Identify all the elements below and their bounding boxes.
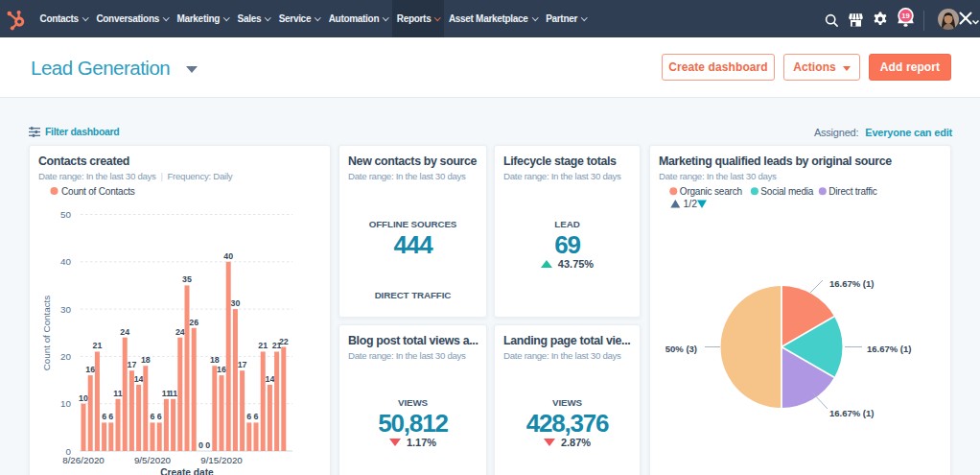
svg-text:9/15/2020: 9/15/2020 <box>200 455 243 465</box>
svg-text:10: 10 <box>60 398 71 409</box>
svg-text:16: 16 <box>85 365 95 374</box>
svg-text:21: 21 <box>93 341 103 350</box>
svg-text:1/2: 1/2 <box>684 198 698 209</box>
svg-text:17: 17 <box>238 360 247 369</box>
svg-text:0: 0 <box>205 440 210 450</box>
svg-text:19: 19 <box>901 12 909 20</box>
svg-text:6: 6 <box>102 412 106 421</box>
svg-text:16: 16 <box>217 365 226 374</box>
svg-text:16.67% (1): 16.67% (1) <box>867 344 911 354</box>
svg-text:18: 18 <box>210 355 220 365</box>
svg-text:16.67% (1): 16.67% (1) <box>829 408 874 418</box>
svg-text:22: 22 <box>279 337 289 346</box>
svg-text:11: 11 <box>113 389 122 398</box>
svg-text:14: 14 <box>134 374 144 384</box>
svg-text:35: 35 <box>182 274 192 284</box>
svg-text:Count of Contacts: Count of Contacts <box>41 296 52 371</box>
svg-text:8/26/2020: 8/26/2020 <box>62 455 105 465</box>
svg-text:50: 50 <box>60 209 71 220</box>
svg-text:40: 40 <box>60 256 71 267</box>
svg-text:9/5/2020: 9/5/2020 <box>134 455 172 465</box>
svg-text:16.67% (1): 16.67% (1) <box>829 278 874 289</box>
svg-text:24: 24 <box>120 327 129 337</box>
svg-text:26: 26 <box>189 318 198 327</box>
svg-text:6: 6 <box>151 412 155 421</box>
svg-text:6: 6 <box>157 412 162 421</box>
svg-text:10: 10 <box>79 393 88 403</box>
svg-text:11: 11 <box>169 389 177 398</box>
svg-text:6: 6 <box>108 412 113 421</box>
svg-text:20: 20 <box>60 351 71 362</box>
svg-text:17: 17 <box>128 360 137 369</box>
svg-text:Direct traffic: Direct traffic <box>828 186 877 197</box>
svg-text:6: 6 <box>246 412 251 421</box>
svg-text:Create date: Create date <box>160 467 214 475</box>
svg-text:40: 40 <box>223 251 233 261</box>
svg-text:21: 21 <box>258 341 268 350</box>
svg-text:50% (3): 50% (3) <box>665 344 697 354</box>
svg-text:24: 24 <box>175 327 185 337</box>
svg-text:6: 6 <box>254 412 259 421</box>
svg-text:18: 18 <box>141 355 151 365</box>
svg-text:30: 30 <box>231 298 241 308</box>
svg-text:0: 0 <box>198 440 203 450</box>
svg-text:Organic search: Organic search <box>680 186 742 197</box>
svg-text:14: 14 <box>266 374 275 384</box>
svg-text:30: 30 <box>60 304 71 315</box>
svg-text:Count of Contacts: Count of Contacts <box>61 186 135 197</box>
svg-text:Social media: Social media <box>760 186 813 197</box>
